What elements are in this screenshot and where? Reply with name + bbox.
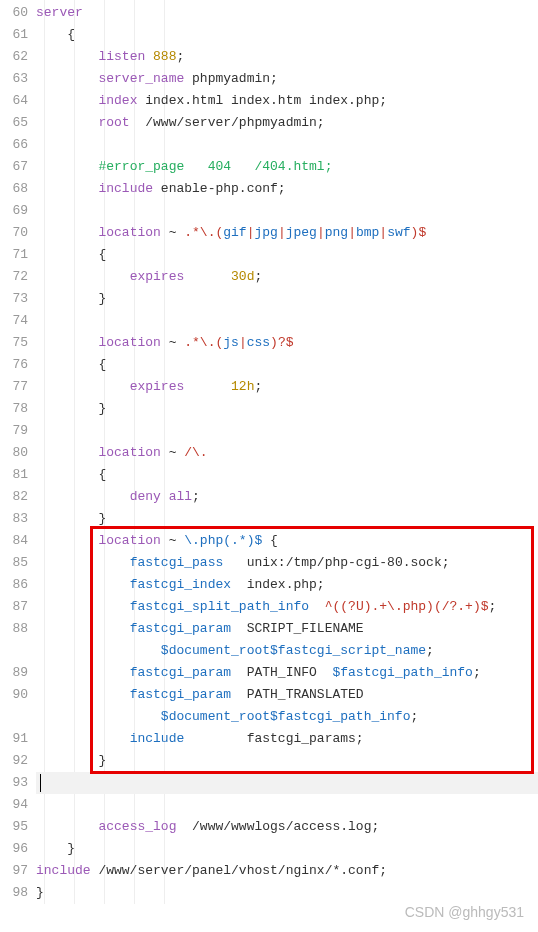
code-line[interactable]: #error_page 404 /404.html; (36, 156, 538, 178)
code-line[interactable]: fastcgi_param SCRIPT_FILENAME (36, 618, 538, 640)
code-line[interactable]: } (36, 882, 538, 904)
code-token (36, 93, 98, 108)
code-line[interactable]: include enable-php.conf; (36, 178, 538, 200)
code-line[interactable]: fastcgi_index index.php; (36, 574, 538, 596)
code-token: index.html index.htm index.php; (137, 93, 387, 108)
code-token: ; (410, 709, 418, 724)
code-token (36, 225, 98, 240)
code-line[interactable] (36, 794, 538, 816)
code-token (36, 335, 98, 350)
line-number: 92 (0, 750, 34, 772)
code-line[interactable] (36, 310, 538, 332)
code-token: ; (192, 489, 200, 504)
code-token: PATH_INFO (231, 665, 332, 680)
code-token (145, 49, 153, 64)
code-line[interactable]: { (36, 24, 538, 46)
code-token (36, 643, 161, 658)
code-token: access_log (98, 819, 176, 834)
code-token: include (130, 731, 185, 746)
code-token: include (36, 863, 91, 878)
code-token: expires (130, 379, 185, 394)
code-token (36, 533, 98, 548)
code-line[interactable]: listen 888; (36, 46, 538, 68)
code-token: ; (254, 269, 262, 284)
code-token: gif (223, 225, 246, 240)
code-line-wrap[interactable]: $document_root$fastcgi_path_info; (36, 706, 538, 728)
code-line[interactable]: location ~ \.php(.*)$ { (36, 530, 538, 552)
code-token: } (36, 885, 44, 900)
code-token (36, 665, 130, 680)
code-line-wrap[interactable]: $document_root$fastcgi_script_name; (36, 640, 538, 662)
code-token: | (379, 225, 387, 240)
line-number: 90 (0, 684, 34, 706)
code-line[interactable] (36, 772, 538, 794)
code-line[interactable]: } (36, 398, 538, 420)
code-token: $document_root$fastcgi_script_name (161, 643, 426, 658)
code-line[interactable]: } (36, 838, 538, 860)
code-token: $fastcgi_path_info (332, 665, 472, 680)
line-number: 80 (0, 442, 34, 464)
line-number: 87 (0, 596, 34, 618)
code-token (36, 489, 130, 504)
code-token: ~ (161, 225, 184, 240)
code-line[interactable]: } (36, 288, 538, 310)
line-number: 84 (0, 530, 34, 552)
code-line[interactable]: location ~ .*\.(gif|jpg|jpeg|png|bmp|swf… (36, 222, 538, 244)
code-line[interactable]: location ~ /\. (36, 442, 538, 464)
code-line[interactable]: fastcgi_split_path_info ^((?U).+\.php)(/… (36, 596, 538, 618)
line-number: 85 (0, 552, 34, 574)
line-number: 78 (0, 398, 34, 420)
code-token: \.php(.*)$ (184, 533, 262, 548)
code-line[interactable] (36, 134, 538, 156)
code-token: /www/server/phpmyadmin; (130, 115, 325, 130)
code-line[interactable]: access_log /www/wwwlogs/access.log; (36, 816, 538, 838)
code-token (161, 489, 169, 504)
code-line[interactable]: include fastcgi_params; (36, 728, 538, 750)
code-token (36, 49, 98, 64)
code-token: /\. (184, 445, 207, 460)
code-editor[interactable]: 6061626364656667686970717273747576777879… (0, 0, 538, 932)
code-token: fastcgi_param (130, 621, 231, 636)
code-line[interactable]: location ~ .*\.(js|css)?$ (36, 332, 538, 354)
code-line[interactable]: { (36, 354, 538, 376)
code-line[interactable]: } (36, 750, 538, 772)
code-line[interactable] (36, 420, 538, 442)
line-number: 89 (0, 662, 34, 684)
code-line[interactable]: expires 30d; (36, 266, 538, 288)
code-line[interactable]: fastcgi_param PATH_TRANSLATED (36, 684, 538, 706)
code-line[interactable]: root /www/server/phpmyadmin; (36, 112, 538, 134)
code-line[interactable]: fastcgi_param PATH_INFO $fastcgi_path_in… (36, 662, 538, 684)
line-number-blank (0, 640, 34, 662)
code-token: fastcgi_split_path_info (130, 599, 309, 614)
code-token: | (239, 335, 247, 350)
code-token: css (247, 335, 270, 350)
code-line[interactable]: include /www/server/panel/vhost/nginx/*.… (36, 860, 538, 882)
code-line[interactable]: expires 12h; (36, 376, 538, 398)
code-line[interactable]: { (36, 244, 538, 266)
code-line[interactable]: index index.html index.htm index.php; (36, 90, 538, 112)
code-token (36, 181, 98, 196)
code-area[interactable]: server { listen 888; server_name phpmyad… (34, 0, 538, 904)
code-token: index.php; (231, 577, 325, 592)
code-token: phpmyadmin; (184, 71, 278, 86)
code-token (36, 159, 98, 174)
code-token: | (278, 225, 286, 240)
line-number: 77 (0, 376, 34, 398)
code-token: swf (387, 225, 410, 240)
code-token (36, 687, 130, 702)
code-line[interactable]: deny all; (36, 486, 538, 508)
code-token: ; (473, 665, 481, 680)
code-line[interactable]: } (36, 508, 538, 530)
code-line[interactable]: fastcgi_pass unix:/tmp/php-cgi-80.sock; (36, 552, 538, 574)
code-token (36, 269, 130, 284)
code-token: fastcgi_param (130, 665, 231, 680)
line-number: 95 (0, 816, 34, 838)
code-token: jpg (254, 225, 277, 240)
code-token: all (169, 489, 192, 504)
code-line[interactable] (36, 200, 538, 222)
code-token: | (317, 225, 325, 240)
code-line[interactable]: { (36, 464, 538, 486)
line-number: 91 (0, 728, 34, 750)
code-line[interactable]: server_name phpmyadmin; (36, 68, 538, 90)
code-line[interactable]: server (36, 2, 538, 24)
